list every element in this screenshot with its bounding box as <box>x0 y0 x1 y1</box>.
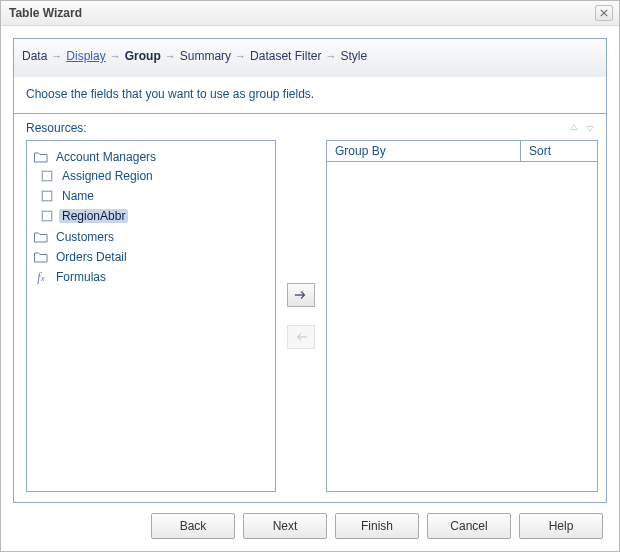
breadcrumb-arrow-icon: → <box>325 50 336 62</box>
tree-node[interactable]: Account Managers <box>33 148 275 166</box>
breadcrumb: Data→Display→Group→Summary→Dataset Filte… <box>14 39 606 77</box>
breadcrumb-arrow-icon: → <box>110 50 121 62</box>
resource-tree[interactable]: Account ManagersAssigned RegionNameRegio… <box>26 140 276 492</box>
tree-node-label: Formulas <box>53 270 109 284</box>
close-icon <box>600 9 608 17</box>
remove-button[interactable] <box>287 325 315 349</box>
col-header-groupby[interactable]: Group By <box>327 141 521 161</box>
move-up-button[interactable] <box>566 120 582 136</box>
tree-node-label: Assigned Region <box>59 169 156 183</box>
arrow-down-icon <box>585 123 595 133</box>
titlebar: Table Wizard <box>1 1 619 26</box>
tree-node[interactable]: Orders Detail <box>33 248 275 266</box>
table-header: Group By Sort <box>327 141 597 162</box>
breadcrumb-arrow-icon: → <box>165 50 176 62</box>
breadcrumb-step-display[interactable]: Display <box>66 49 105 63</box>
folder-icon <box>33 229 49 245</box>
tree-node[interactable]: Customers <box>33 228 275 246</box>
svg-rect-2 <box>42 211 52 221</box>
instruction-text: Choose the fields that you want to use a… <box>14 77 606 111</box>
svg-rect-1 <box>42 191 52 201</box>
breadcrumb-step-summary[interactable]: Summary <box>180 49 231 63</box>
tree-node-label: Customers <box>53 230 117 244</box>
tree-node[interactable]: RegionAbbr <box>39 207 275 225</box>
breadcrumb-arrow-icon: → <box>51 50 62 62</box>
arrow-right-icon <box>294 289 308 301</box>
transfer-buttons <box>286 140 316 492</box>
arrow-up-icon <box>569 123 579 133</box>
content-row: Account ManagersAssigned RegionNameRegio… <box>14 140 606 502</box>
folder-open-icon <box>33 149 49 165</box>
field-icon <box>39 168 55 184</box>
breadcrumb-step-style[interactable]: Style <box>340 49 367 63</box>
tree-node[interactable]: Assigned Region <box>39 167 275 185</box>
tree-node-label: Orders Detail <box>53 250 130 264</box>
breadcrumb-arrow-icon: → <box>235 50 246 62</box>
tree-node-label: Account Managers <box>53 150 159 164</box>
tree-node-label: Name <box>59 189 97 203</box>
move-down-button[interactable] <box>582 120 598 136</box>
folder-icon <box>33 249 49 265</box>
back-button[interactable]: Back <box>151 513 235 539</box>
tree-node[interactable]: fxFormulas <box>33 268 275 286</box>
resources-label: Resources: <box>26 121 87 135</box>
groupby-table[interactable]: Group By Sort <box>326 140 598 492</box>
arrow-left-icon <box>294 331 308 343</box>
field-icon <box>39 208 55 224</box>
button-row: Back Next Finish Cancel Help <box>13 503 607 541</box>
svg-rect-0 <box>42 171 52 181</box>
add-button[interactable] <box>287 283 315 307</box>
resources-header: Resources: <box>14 114 606 140</box>
col-header-sort[interactable]: Sort <box>521 141 597 161</box>
help-button[interactable]: Help <box>519 513 603 539</box>
tree-node-label: RegionAbbr <box>59 209 128 223</box>
next-button[interactable]: Next <box>243 513 327 539</box>
finish-button[interactable]: Finish <box>335 513 419 539</box>
wizard-panel: Data→Display→Group→Summary→Dataset Filte… <box>13 38 607 503</box>
field-icon <box>39 188 55 204</box>
breadcrumb-step-data[interactable]: Data <box>22 49 47 63</box>
close-button[interactable] <box>595 5 613 21</box>
window-title: Table Wizard <box>9 6 82 20</box>
breadcrumb-step-group[interactable]: Group <box>125 49 161 63</box>
breadcrumb-step-dataset-filter[interactable]: Dataset Filter <box>250 49 321 63</box>
tree-node[interactable]: Name <box>39 187 275 205</box>
cancel-button[interactable]: Cancel <box>427 513 511 539</box>
wizard-window: Table Wizard Data→Display→Group→Summary→… <box>0 0 620 552</box>
fx-icon: fx <box>33 269 49 285</box>
